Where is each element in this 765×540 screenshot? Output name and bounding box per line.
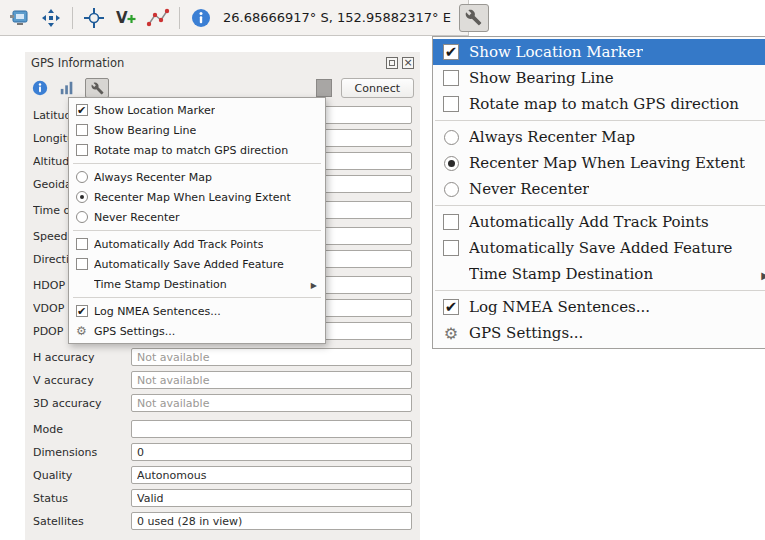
recenter-extent-icon (83, 7, 105, 29)
menu-item[interactable]: Automatically Add Track Points (433, 209, 765, 235)
menu-item-label: Rotate map to match GPS direction (94, 144, 288, 157)
submenu-arrow-icon (311, 278, 317, 291)
menu-item[interactable]: GPS Settings... (69, 321, 325, 341)
menu-item-label: Log NMEA Sentences... (94, 305, 221, 318)
menu-item[interactable]: Show Bearing Line (69, 120, 325, 140)
menu-item-label: Time Stamp Destination (94, 278, 227, 291)
menu-item-label: Show Location Marker (469, 43, 643, 61)
menu-mark-icon (73, 122, 90, 138)
field-input[interactable] (131, 443, 412, 461)
menu-item[interactable]: Show Location Marker (69, 100, 325, 120)
signal-strength-tab-button[interactable] (58, 79, 76, 97)
field-input[interactable] (131, 466, 412, 484)
add-track-point-button[interactable]: V (112, 4, 140, 32)
gps-field-row: H accuracy (33, 348, 412, 366)
gps-connect-button[interactable] (5, 4, 33, 32)
menu-item[interactable]: Rotate map to match GPS direction (433, 91, 765, 117)
info-button[interactable] (187, 4, 215, 32)
menu-mark-icon (440, 323, 462, 343)
info-icon (32, 80, 48, 96)
gps-field-row: Satellites (33, 512, 412, 530)
menu-item-label: Always Recenter Map (469, 128, 635, 146)
menu-mark-icon (440, 94, 462, 114)
menu-item[interactable]: Time Stamp Destination (433, 261, 765, 287)
close-panel-button[interactable] (402, 57, 414, 69)
menu-item[interactable]: GPS Settings... (433, 320, 765, 346)
menu-item[interactable]: Never Recenter (433, 176, 765, 202)
menu-item[interactable]: Always Recenter Map (69, 167, 325, 187)
menu-mark-icon (440, 179, 462, 199)
svg-text:V: V (116, 9, 128, 27)
menu-mark-icon (73, 236, 90, 252)
menu-item[interactable]: Automatically Save Added Feature (433, 235, 765, 261)
toolbar-separator (72, 7, 73, 29)
track-points-icon (146, 7, 170, 29)
float-panel-button[interactable] (386, 57, 398, 69)
menu-item[interactable]: Show Bearing Line (433, 65, 765, 91)
menu-item[interactable]: Recenter Map When Leaving Extent (69, 187, 325, 207)
recenter-button[interactable] (37, 4, 65, 32)
menu-item[interactable]: Show Location Marker (433, 39, 765, 65)
field-label: Quality (33, 469, 131, 482)
field-input[interactable] (131, 489, 412, 507)
menu-item-label: Automatically Save Added Feature (469, 239, 733, 257)
menu-mark-icon (440, 238, 462, 258)
menu-item[interactable]: Automatically Save Added Feature (69, 254, 325, 274)
field-input[interactable] (131, 348, 412, 366)
menu-separator (435, 290, 765, 291)
menu-item-label: Automatically Add Track Points (469, 213, 709, 231)
field-label: Status (33, 492, 131, 505)
submenu-arrow-icon (761, 265, 765, 283)
gps-settings-menu-button[interactable] (459, 4, 489, 32)
menu-item-label: Show Bearing Line (469, 69, 614, 87)
menu-item-label: Never Recenter (469, 180, 589, 198)
menu-item[interactable]: Rotate map to match GPS direction (69, 140, 325, 160)
field-input[interactable] (131, 512, 412, 530)
menu-separator (73, 297, 321, 298)
menu-item[interactable]: Never Recenter (69, 207, 325, 227)
menu-item[interactable]: Log NMEA Sentences... (433, 294, 765, 320)
field-label: Dimensions (33, 446, 131, 459)
gps-field-row: Status (33, 489, 412, 507)
menu-mark-icon (73, 169, 90, 185)
menu-item[interactable]: Always Recenter Map (433, 124, 765, 150)
add-track-point-icon: V (114, 7, 138, 29)
connect-button[interactable]: Connect (341, 78, 414, 98)
track-points-button[interactable] (144, 4, 172, 32)
gps-options-button[interactable] (85, 78, 109, 98)
menu-item-label: Recenter Map When Leaving Extent (94, 191, 291, 204)
menu-item-label: Time Stamp Destination (469, 265, 653, 283)
menu-mark-icon (440, 127, 462, 147)
panel-title: GPS Information (31, 56, 124, 70)
settings-wrench-icon (91, 82, 104, 95)
menu-mark-icon (73, 276, 90, 292)
gps-connect-icon (8, 7, 30, 29)
recenter-extent-button[interactable] (80, 4, 108, 32)
signal-strength-icon (59, 80, 75, 96)
gps-options-menu: Show Location Marker Show Bearing Line R… (68, 97, 326, 344)
menu-separator (435, 120, 765, 121)
field-input[interactable] (131, 420, 412, 438)
menu-separator (73, 163, 321, 164)
screen: V 26.68666917° S, 152.95882317° E (0, 0, 765, 540)
menu-mark-icon (440, 153, 462, 173)
menu-item-label: GPS Settings... (94, 325, 175, 338)
position-info-tab-button[interactable] (31, 79, 49, 97)
menu-item-label: Automatically Add Track Points (94, 238, 263, 251)
field-label: 3D accuracy (33, 397, 131, 410)
gps-field-row: 3D accuracy (33, 394, 412, 412)
menu-item[interactable]: Recenter Map When Leaving Extent (433, 150, 765, 176)
field-input[interactable] (131, 371, 412, 389)
menu-item[interactable]: Log NMEA Sentences... (69, 301, 325, 321)
menu-separator (73, 230, 321, 231)
status-color-swatch (316, 79, 332, 97)
settings-wrench-icon (465, 9, 482, 26)
menu-item-label: Never Recenter (94, 211, 180, 224)
menu-item[interactable]: Automatically Add Track Points (69, 234, 325, 254)
field-input[interactable] (131, 394, 412, 412)
menu-mark-icon (440, 264, 462, 284)
menu-item[interactable]: Time Stamp Destination (69, 274, 325, 294)
menu-item-label: Always Recenter Map (94, 171, 212, 184)
panel-title-bar: GPS Information (25, 52, 420, 74)
menu-item-label: Automatically Save Added Feature (94, 258, 284, 271)
